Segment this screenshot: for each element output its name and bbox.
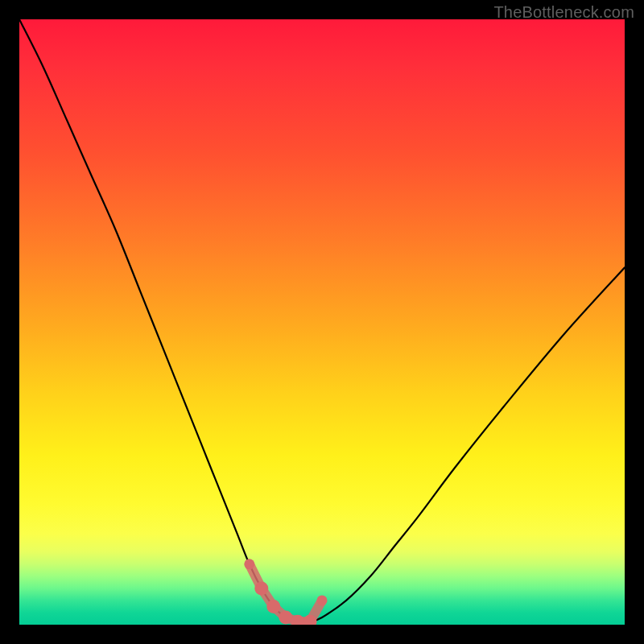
basin-marker <box>279 611 292 625</box>
bottleneck-curve <box>19 19 625 622</box>
watermark-text: TheBottleneck.com <box>493 3 634 22</box>
plot-area <box>19 19 625 625</box>
curve-svg <box>19 19 625 625</box>
basin-marker <box>266 600 280 613</box>
curve-group <box>19 19 625 622</box>
basin-marker <box>254 581 268 595</box>
marker-group <box>244 559 327 625</box>
basin-marker <box>244 559 254 569</box>
chart-canvas: { "watermark": "TheBottleneck.com", "col… <box>0 0 644 644</box>
basin-marker <box>317 595 328 605</box>
